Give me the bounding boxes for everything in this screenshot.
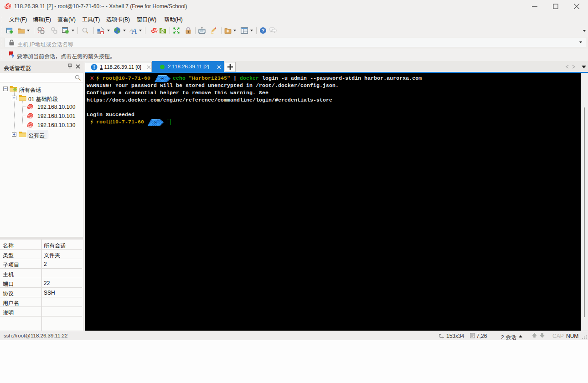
svg-text:A: A bbox=[132, 27, 137, 34]
svg-text:~: ~ bbox=[154, 119, 157, 126]
svg-text:?: ? bbox=[262, 28, 265, 33]
svg-text:~: ~ bbox=[160, 76, 164, 82]
